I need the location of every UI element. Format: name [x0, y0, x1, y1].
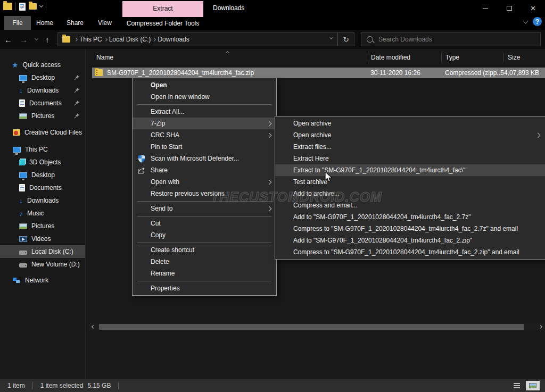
- maximize-button[interactable]: [497, 0, 521, 16]
- tab-view[interactable]: View: [94, 16, 116, 30]
- contextual-tab-label: Extract: [153, 5, 172, 12]
- tab-file[interactable]: File: [4, 16, 31, 30]
- menu-item-open[interactable]: Open: [133, 79, 276, 91]
- sidebar-item-videos[interactable]: Videos: [0, 232, 85, 245]
- submenu-item-extract-here[interactable]: Extract Here: [275, 153, 545, 164]
- column-header-size[interactable]: Size: [508, 52, 520, 63]
- monitor-icon: [19, 172, 27, 178]
- menu-item-open-in-new-window[interactable]: Open in new window: [133, 91, 276, 103]
- menu-item-label: Delete: [151, 258, 169, 265]
- breadcrumb-downloads[interactable]: Downloads: [158, 36, 189, 43]
- window-controls: ×: [473, 0, 545, 16]
- scroll-right-button[interactable]: [535, 323, 545, 330]
- submenu-item-add-to-zip[interactable]: Add to "SM-G970F_1_20201028044204_tm4iur…: [275, 235, 545, 246]
- new-folder-icon[interactable]: [29, 3, 37, 10]
- submenu-item-extract-files[interactable]: Extract files...: [275, 141, 545, 153]
- back-button[interactable]: ←: [4, 35, 12, 44]
- menu-item-label: Extract Here: [293, 155, 329, 162]
- submenu-item-open-archive[interactable]: Open archive: [275, 118, 545, 129]
- tab-compressed-folder-tools[interactable]: Compressed Folder Tools: [122, 16, 203, 30]
- address-dropdown-icon[interactable]: [329, 36, 333, 39]
- submenu-item-extract-to-folder[interactable]: Extract to "SM-G970F_1_20201028044204_tm…: [275, 164, 545, 176]
- sidebar-item-documents[interactable]: Documents: [0, 181, 85, 194]
- scrollbar-track[interactable]: [98, 323, 535, 330]
- sidebar-item-desktop-pinned[interactable]: Desktop: [0, 71, 85, 84]
- menu-item-share[interactable]: Share: [133, 164, 276, 176]
- file-size: 54,07,893 KB: [500, 69, 539, 77]
- sidebar-item-documents-pinned[interactable]: Documents: [0, 97, 85, 110]
- column-separator[interactable]: [503, 53, 504, 62]
- sidebar-item-label: Quick access: [23, 61, 61, 69]
- horizontal-scrollbar[interactable]: [88, 323, 545, 330]
- file-row-selected[interactable]: SM-G970F_1_20201028044204_tm4iurcth4_fac…: [92, 68, 545, 78]
- breadcrumb-chevron-icon[interactable]: [104, 37, 108, 41]
- details-view-icon: [514, 383, 520, 388]
- search-box[interactable]: [361, 32, 541, 46]
- file-type: Compressed (zipp...: [445, 69, 502, 77]
- customize-quick-access-dropdown-icon[interactable]: [39, 4, 43, 7]
- close-button[interactable]: ×: [521, 0, 545, 16]
- menu-item-crc-sha[interactable]: CRC SHA: [133, 129, 276, 141]
- menu-item-delete[interactable]: Delete: [133, 256, 276, 268]
- sidebar-item-downloads-pinned[interactable]: ↓ Downloads: [0, 84, 85, 97]
- thumbnail-view-button[interactable]: [526, 381, 540, 390]
- tab-home[interactable]: Home: [33, 16, 56, 30]
- breadcrumb-chevron-icon[interactable]: [152, 37, 156, 41]
- menu-item-copy[interactable]: Copy: [133, 229, 276, 241]
- help-icon[interactable]: ?: [533, 17, 542, 26]
- menu-item-label: Compress to "SM-G970F_1_20201028044204_t…: [293, 248, 519, 256]
- submenu-item-compress-to-7z-and-email[interactable]: Compress to "SM-G970F_1_20201028044204_t…: [275, 223, 545, 235]
- scroll-left-button[interactable]: [88, 323, 98, 330]
- up-button[interactable]: ↑: [45, 35, 49, 44]
- address-bar[interactable]: This PC Local Disk (C:) Downloads: [57, 32, 337, 46]
- sidebar-item-label: Network: [25, 277, 48, 284]
- menu-item-create-shortcut[interactable]: Create shortcut: [133, 244, 276, 256]
- breadcrumb-this-pc[interactable]: This PC: [79, 36, 102, 43]
- sidebar-item-creative-cloud-files[interactable]: Creative Cloud Files: [0, 126, 85, 139]
- refresh-button[interactable]: ↻: [337, 32, 354, 46]
- menu-item-7-zip[interactable]: 7-Zip: [133, 118, 276, 129]
- sidebar-item-pictures[interactable]: Pictures: [0, 220, 85, 232]
- sidebar-item-desktop[interactable]: Desktop: [0, 169, 85, 181]
- sidebar-item-quick-access[interactable]: ★ Quick access: [0, 59, 85, 71]
- forward-button[interactable]: →: [20, 35, 28, 44]
- sidebar-item-3d-objects[interactable]: 3D Objects: [0, 156, 85, 169]
- minimize-button[interactable]: [473, 0, 497, 16]
- menu-item-scan-with-defender[interactable]: Scan with Microsoft Defender...: [133, 153, 276, 164]
- tab-share[interactable]: Share: [63, 16, 87, 30]
- properties-icon[interactable]: ✓: [19, 3, 26, 11]
- sidebar-item-this-pc[interactable]: This PC: [0, 143, 85, 156]
- sidebar-item-downloads[interactable]: ↓ Downloads: [0, 194, 85, 207]
- menu-item-rename[interactable]: Rename: [133, 268, 276, 279]
- search-input[interactable]: [378, 36, 511, 43]
- column-header-name[interactable]: Name: [96, 52, 113, 63]
- sidebar-item-new-volume-d[interactable]: New Volume (D:): [0, 258, 85, 271]
- minimize-ribbon-icon[interactable]: [523, 18, 529, 23]
- pin-icon: [74, 113, 80, 119]
- menu-item-pin-to-start[interactable]: Pin to Start: [133, 141, 276, 153]
- menu-item-extract-all[interactable]: Extract All...: [133, 106, 276, 118]
- column-separator[interactable]: [441, 53, 442, 62]
- submenu-item-test-archive[interactable]: Test archive: [275, 176, 545, 188]
- column-header-type[interactable]: Type: [445, 52, 459, 63]
- sidebar-item-local-disk-c[interactable]: Local Disk (C:): [0, 245, 85, 258]
- scrollbar-thumb[interactable]: [99, 324, 524, 330]
- menu-item-properties[interactable]: Properties: [133, 282, 276, 294]
- details-view-button[interactable]: [510, 381, 524, 390]
- submenu-item-compress-to-zip-and-email[interactable]: Compress to "SM-G970F_1_20201028044204_t…: [275, 246, 545, 258]
- submenu-item-add-to-7z[interactable]: Add to "SM-G970F_1_20201028044204_tm4iur…: [275, 211, 545, 223]
- column-header-date-modified[interactable]: Date modified: [371, 52, 410, 63]
- column-separator[interactable]: [367, 53, 367, 62]
- mouse-cursor: [325, 171, 333, 183]
- contextual-tab-extract[interactable]: Extract: [122, 1, 203, 16]
- menu-separator: [137, 243, 271, 243]
- sidebar-item-pictures-pinned[interactable]: Pictures: [0, 110, 85, 122]
- sidebar-item-network[interactable]: Network: [0, 274, 85, 287]
- menu-item-open-with[interactable]: Open with: [133, 176, 276, 188]
- submenu-item-open-archive-with[interactable]: Open archive: [275, 129, 545, 141]
- breadcrumb-local-disk-c[interactable]: Local Disk (C:): [109, 36, 151, 43]
- submenu-arrow-icon: [267, 133, 272, 138]
- menu-item-cut[interactable]: Cut: [133, 218, 276, 229]
- recent-locations-dropdown-icon[interactable]: [35, 37, 38, 40]
- sidebar-item-music[interactable]: ♪ Music: [0, 207, 85, 220]
